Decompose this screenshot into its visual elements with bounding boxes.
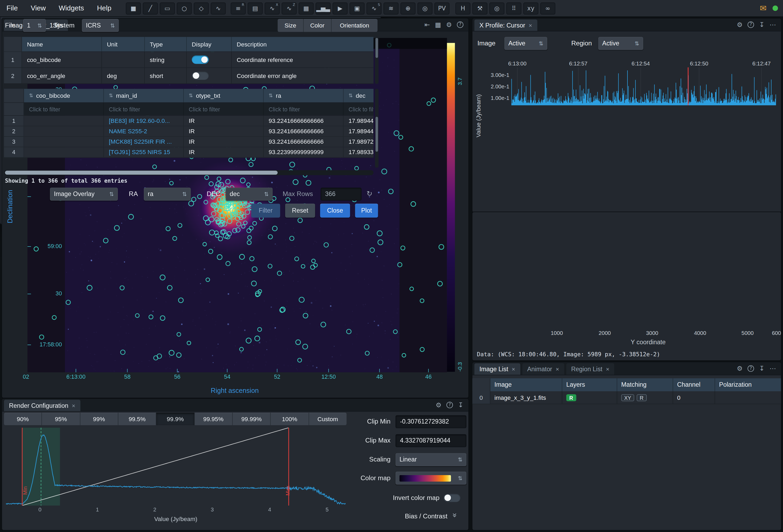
- help-icon[interactable]: ?: [446, 401, 453, 408]
- plot-button[interactable]: Plot: [355, 203, 378, 218]
- sort-icon[interactable]: ⇅: [29, 93, 33, 99]
- catalog-row[interactable]: 4 [TGJ91] S255 NIRS 15 IR 93.22399999999…: [4, 147, 374, 158]
- invert-colormap-toggle[interactable]: [443, 494, 461, 502]
- region-tool-icon[interactable]: ╱: [143, 2, 158, 14]
- ra-column-dropdown[interactable]: ra ⇅: [144, 188, 191, 201]
- more-icon[interactable]: ⋯: [770, 21, 776, 28]
- menu-file[interactable]: File: [0, 0, 24, 16]
- percentile-button[interactable]: 99.95%: [194, 412, 233, 425]
- dock-left-icon[interactable]: ⇤: [425, 21, 430, 28]
- filter-input[interactable]: Click to filter: [104, 103, 184, 115]
- help-icon[interactable]: ?: [457, 21, 463, 28]
- notification-mail-icon[interactable]: ✉: [760, 3, 766, 13]
- raster-layer-badge[interactable]: R: [566, 394, 576, 401]
- column-header[interactable]: Display: [187, 37, 232, 51]
- max-rows-input[interactable]: [321, 188, 362, 201]
- tool-icon[interactable]: ⠿: [506, 2, 521, 14]
- region-tool-icon[interactable]: ∿: [211, 2, 226, 14]
- menu-widgets[interactable]: Widgets: [52, 0, 91, 16]
- percentile-button[interactable]: 90%: [4, 412, 42, 425]
- catalog-row[interactable]: 3 [MCK88] S225IR FIR ... IR 93.224166666…: [4, 137, 374, 147]
- filter-input[interactable]: Click to filter: [264, 103, 344, 115]
- column-header[interactable]: Description: [232, 37, 374, 51]
- help-icon[interactable]: ?: [748, 365, 754, 371]
- render-config-tab[interactable]: Render Configuration ×: [4, 400, 81, 411]
- gear-icon[interactable]: ⚙: [737, 365, 743, 372]
- widget-icon[interactable]: ▤: [248, 2, 263, 14]
- close-icon[interactable]: ×: [606, 366, 609, 372]
- percentile-button[interactable]: 99.9%: [156, 412, 194, 425]
- column-header[interactable]: Name: [22, 37, 102, 51]
- more-icon[interactable]: ⋯: [770, 365, 776, 372]
- close-button[interactable]: Close: [320, 203, 350, 218]
- filter-input[interactable]: Click to filter: [344, 103, 374, 115]
- color-button[interactable]: Color: [304, 19, 332, 32]
- column-header[interactable]: Polarization: [715, 378, 781, 391]
- image-select-dropdown[interactable]: Active ⇅: [504, 37, 547, 50]
- widget-icon[interactable]: PV: [435, 2, 449, 14]
- column-header[interactable]: ⇅ra: [264, 89, 344, 102]
- pin-icon[interactable]: ↧: [759, 365, 764, 372]
- x-profile-plot[interactable]: [511, 67, 776, 105]
- percentile-button[interactable]: 100%: [271, 412, 309, 425]
- widget-icon[interactable]: ▂▅▃: [316, 2, 331, 14]
- colormap-dropdown[interactable]: ⇅: [396, 472, 466, 485]
- main-id-link[interactable]: NAME S255-2: [104, 126, 184, 136]
- sort-icon[interactable]: ⇅: [269, 93, 273, 99]
- main-id-link[interactable]: [MCK88] S225IR FIR ...: [104, 137, 184, 146]
- widget-icon[interactable]: ≡R: [231, 2, 246, 14]
- file-dropdown[interactable]: 1 ⇅: [23, 19, 46, 32]
- close-icon[interactable]: ×: [72, 402, 75, 409]
- percentile-button[interactable]: 99.5%: [118, 412, 157, 425]
- close-icon[interactable]: ×: [512, 366, 515, 372]
- percentile-button[interactable]: 99%: [80, 412, 118, 425]
- refresh-icon[interactable]: ↻: [367, 190, 373, 198]
- reset-button[interactable]: Reset: [285, 203, 315, 218]
- double-chevron-down-icon[interactable]: »: [450, 513, 460, 518]
- dec-column-dropdown[interactable]: dec ⇅: [226, 188, 273, 201]
- gear-icon[interactable]: ⚙: [737, 21, 743, 28]
- column-header[interactable]: Matching: [617, 378, 673, 391]
- main-id-link[interactable]: [TGJ91] S255 NIRS 15: [104, 147, 184, 157]
- tool-icon[interactable]: ∞: [540, 2, 555, 14]
- region-tool-icon[interactable]: ■: [126, 2, 141, 14]
- catalog-row[interactable]: 1 [BE83] IR 192.60-0.0... IR 93.22416666…: [4, 116, 374, 126]
- widget-icon[interactable]: ≋: [383, 2, 399, 14]
- tool-icon[interactable]: H: [456, 2, 470, 14]
- image-list-row[interactable]: 0 image_x_3_y_1.fits R XY R 0: [472, 391, 781, 404]
- percentile-button[interactable]: 95%: [42, 412, 81, 425]
- colorbar[interactable]: [447, 43, 455, 372]
- scaling-dropdown[interactable]: Linear ⇅: [396, 453, 466, 466]
- region-tool-icon[interactable]: ▭: [160, 2, 175, 14]
- sort-icon[interactable]: ⇅: [109, 93, 113, 99]
- sky-image-view[interactable]: WCS: (6:12:51.797, 18:00:46.81); Image: …: [28, 38, 447, 372]
- tool-icon[interactable]: ◎: [489, 2, 504, 14]
- sort-icon[interactable]: ⇅: [348, 93, 353, 99]
- clip-max-input[interactable]: [396, 434, 466, 447]
- gear-icon[interactable]: ⚙: [436, 401, 441, 408]
- display-toggle[interactable]: [192, 71, 209, 80]
- percentile-button[interactable]: 99.99%: [233, 412, 271, 425]
- config-table-row[interactable]: 1 coo_bibcode string Coordinate referenc…: [4, 52, 374, 68]
- size-button[interactable]: Size: [278, 19, 304, 32]
- column-header[interactable]: Type: [145, 37, 187, 51]
- catalog-row[interactable]: 2 NAME S255-2 IR 93.22416666666666 17.98…: [4, 126, 374, 137]
- widget-icon[interactable]: ▣: [349, 2, 365, 14]
- gear-icon[interactable]: ⚙: [446, 21, 452, 28]
- main-id-link[interactable]: [BE83] IR 192.60-0.0...: [104, 116, 184, 126]
- widget-icon[interactable]: ▦: [299, 2, 313, 14]
- system-dropdown[interactable]: ICRS ⇅: [82, 19, 119, 32]
- column-header[interactable]: Image: [490, 378, 562, 391]
- sky-image-canvas[interactable]: [28, 38, 447, 372]
- column-header[interactable]: Channel: [673, 378, 715, 391]
- widget-icon[interactable]: ⊕: [401, 2, 415, 14]
- column-header[interactable]: ⇅main_id: [104, 89, 184, 102]
- widget-icon[interactable]: ∿X: [264, 2, 280, 14]
- orientation-button[interactable]: Orientation: [332, 19, 378, 32]
- pin-icon[interactable]: ↧: [458, 401, 463, 408]
- close-icon[interactable]: ×: [556, 366, 559, 372]
- histogram-plot[interactable]: [6, 428, 346, 505]
- column-header[interactable]: Layers: [562, 378, 617, 391]
- region-select-dropdown[interactable]: Active ⇅: [598, 37, 643, 50]
- tab-region-list[interactable]: Region List ×: [566, 363, 615, 375]
